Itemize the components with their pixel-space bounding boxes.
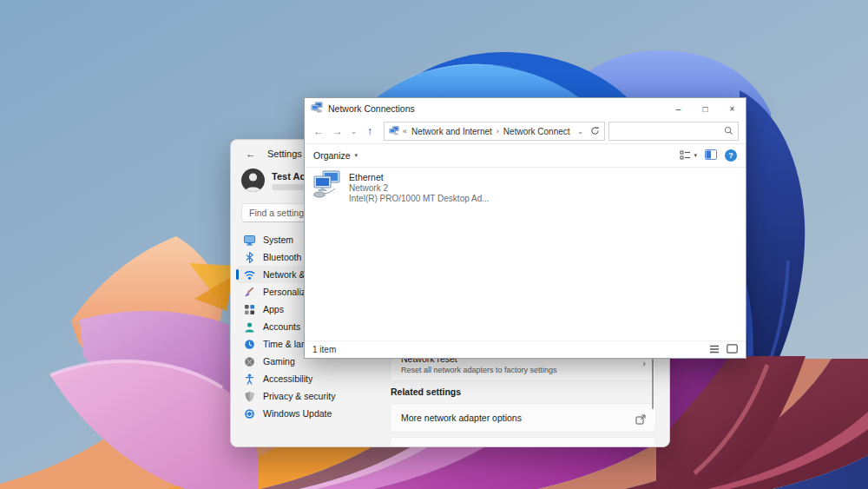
views-caret-icon: ▾ [694, 152, 697, 159]
sidebar-item-label: Windows Update [263, 408, 332, 419]
recent-locations-chevron[interactable]: ⌄ [348, 128, 359, 135]
preview-pane-button[interactable] [705, 148, 717, 163]
breadcrumb-item[interactable]: Network and Internet [411, 127, 492, 136]
explorer-command-bar: Organize ▾ ▾ ? [305, 143, 746, 168]
shield-icon [244, 391, 255, 402]
person-icon [244, 321, 255, 333]
bluetooth-icon [244, 252, 255, 263]
related-settings-heading: Related settings [391, 387, 461, 397]
sidebar-item-label: System [263, 235, 293, 245]
network-connections-window: Network Connections – □ × ← → ⌄ ↑ « Netw… [304, 97, 746, 359]
explorer-window-title: Network Connections [328, 103, 660, 114]
sidebar-item-label: Accounts [263, 321, 300, 332]
back-arrow-icon[interactable]: ← [246, 148, 256, 160]
ethernet-connection-item[interactable]: Ethernet Network 2 Intel(R) PRO/1000 MT … [312, 170, 511, 203]
xbox-icon [244, 356, 255, 367]
chevron-right-icon: › [642, 358, 646, 368]
more-adapter-options-row[interactable]: More network adapter options [390, 403, 656, 433]
help-icon[interactable]: ? [725, 149, 737, 162]
explorer-search-box[interactable] [608, 122, 739, 141]
list-view-icon[interactable] [709, 345, 720, 355]
system-icon [244, 235, 255, 246]
breadcrumb-separator: › [496, 127, 499, 135]
apps-grid-icon [244, 304, 255, 315]
search-input[interactable] [614, 126, 724, 137]
forward-button[interactable]: → [329, 125, 346, 137]
back-button[interactable]: ← [310, 125, 327, 137]
wifi-icon [244, 269, 255, 281]
refresh-icon[interactable] [590, 126, 600, 137]
breadcrumb-overflow[interactable]: « [403, 127, 407, 135]
accessibility-person-icon [244, 373, 255, 385]
explorer-status-bar: 1 item [305, 340, 746, 358]
update-icon [244, 408, 255, 420]
settings-scrollbar[interactable] [652, 359, 654, 409]
close-button[interactable]: × [719, 98, 746, 119]
sidebar-item-label: Accessibility [263, 373, 312, 384]
breadcrumb: « Network and Internet › Network Connect… [403, 127, 570, 136]
connection-network: Network 2 [349, 183, 490, 193]
more-adapter-options-label: More network adapter options [401, 413, 522, 423]
address-location-icon [389, 126, 399, 137]
sidebar-item-label: Gaming [263, 356, 295, 367]
connection-name: Ethernet [349, 172, 490, 182]
thumbnail-view-icon[interactable] [727, 344, 738, 355]
minimize-button[interactable]: – [665, 98, 692, 119]
details-view-button[interactable]: ▾ [680, 150, 697, 161]
external-link-icon [635, 413, 646, 428]
partial-settings-row[interactable] [390, 437, 656, 447]
ethernet-adapter-icon [312, 170, 343, 203]
item-count: 1 item [312, 345, 336, 354]
sidebar-item-label: Privacy & security [263, 391, 335, 401]
settings-window-title: Settings [267, 149, 302, 159]
breadcrumb-item[interactable]: Network Connections [503, 127, 570, 136]
clock-icon [244, 339, 255, 350]
organize-menu[interactable]: Organize ▾ [313, 150, 358, 161]
brush-icon [244, 287, 255, 298]
search-icon [724, 123, 733, 139]
avatar [241, 169, 265, 192]
caret-down-icon: ▾ [355, 152, 358, 159]
explorer-titlebar[interactable]: Network Connections – □ × [305, 98, 746, 119]
explorer-navbar: ← → ⌄ ↑ « Network and Internet › Network… [305, 119, 746, 143]
maximize-button[interactable]: □ [692, 98, 719, 119]
folder-items-area[interactable]: Ethernet Network 2 Intel(R) PRO/1000 MT … [305, 168, 746, 340]
network-connections-icon [311, 101, 323, 116]
up-button[interactable]: ↑ [361, 125, 378, 137]
sidebar-item-label: Apps [263, 304, 284, 314]
network-reset-subtitle: Reset all network adapters to factory se… [401, 366, 557, 374]
connection-adapter: Intel(R) PRO/1000 MT Desktop Ad... [349, 194, 490, 203]
address-bar[interactable]: « Network and Internet › Network Connect… [384, 122, 605, 141]
organize-label: Organize [313, 150, 351, 161]
address-dropdown-chevron[interactable]: ⌄ [574, 128, 587, 135]
